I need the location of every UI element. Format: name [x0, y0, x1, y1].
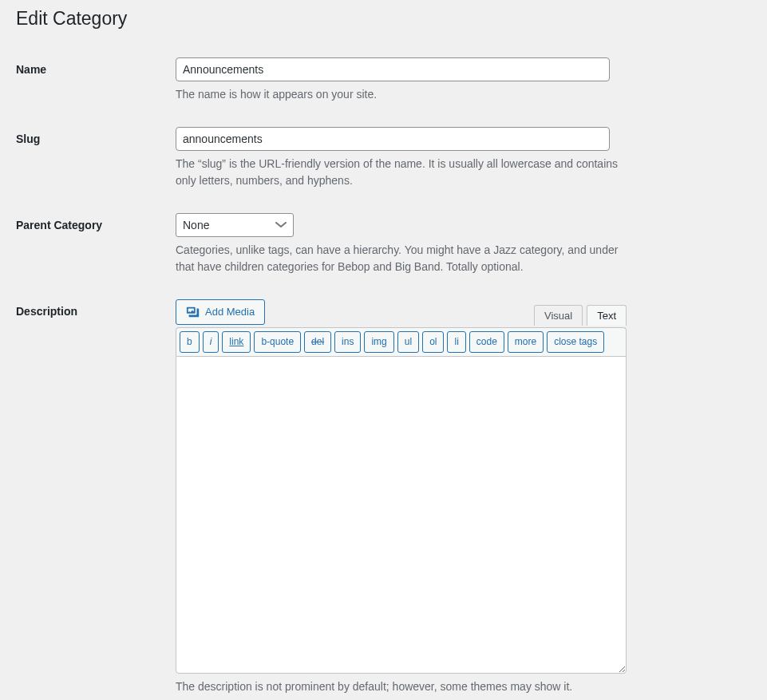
tab-text[interactable]: Text: [587, 305, 627, 326]
qt-ins-button[interactable]: ins: [334, 331, 361, 353]
parent-category-help-text: Categories, unlike tags, can have a hier…: [176, 242, 623, 275]
name-help-text: The name is how it appears on your site.: [176, 86, 623, 103]
qt-blockquote-button[interactable]: b-quote: [254, 331, 301, 353]
description-help-text: The description is not prominent by defa…: [176, 678, 623, 695]
name-label: Name: [16, 63, 46, 76]
description-textarea[interactable]: [176, 356, 627, 674]
parent-category-select[interactable]: None: [176, 213, 294, 237]
add-media-label: Add Media: [205, 306, 255, 318]
qt-ol-button[interactable]: ol: [422, 331, 444, 353]
qt-ul-button[interactable]: ul: [397, 331, 419, 353]
qt-del-button[interactable]: del: [304, 331, 331, 353]
qt-italic-button[interactable]: i: [203, 331, 219, 353]
add-media-button[interactable]: Add Media: [176, 299, 265, 325]
qt-link-button[interactable]: link: [222, 331, 251, 353]
qt-code-button[interactable]: code: [469, 331, 504, 353]
slug-input[interactable]: [176, 127, 610, 151]
page-title: Edit Category: [16, 0, 751, 45]
parent-category-label: Parent Category: [16, 219, 102, 231]
quicktags-toolbar: b i link b-quote del ins img ul ol li co…: [176, 327, 627, 356]
slug-label: Slug: [16, 132, 40, 145]
qt-bold-button[interactable]: b: [180, 331, 200, 353]
qt-img-button[interactable]: img: [364, 331, 393, 353]
media-icon: [186, 305, 200, 319]
qt-li-button[interactable]: li: [447, 331, 465, 353]
description-label: Description: [16, 305, 77, 318]
slug-help-text: The “slug” is the URL-friendly version o…: [176, 156, 623, 189]
qt-close-tags-button[interactable]: close tags: [547, 331, 604, 353]
name-input[interactable]: [176, 57, 610, 81]
tab-visual[interactable]: Visual: [534, 305, 583, 326]
qt-more-button[interactable]: more: [508, 331, 544, 353]
